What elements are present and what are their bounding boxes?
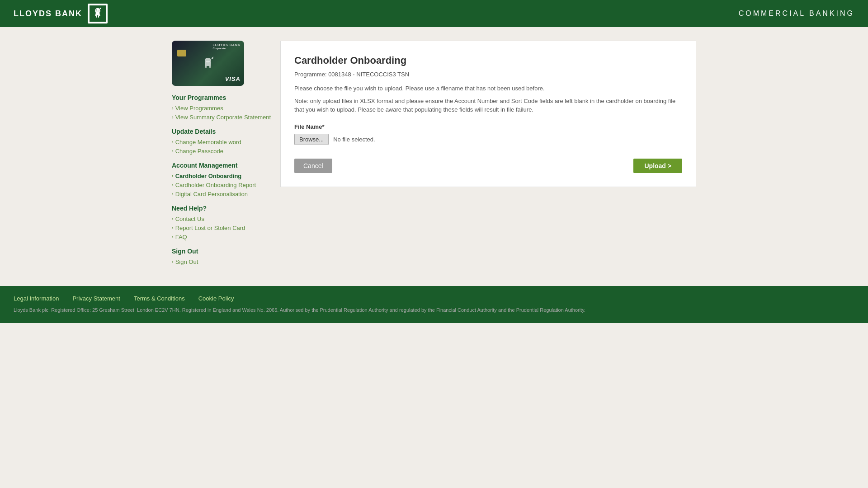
sidebar-item-change-memorable-word[interactable]: › Change Memorable word xyxy=(172,139,271,145)
sidebar-need-help: Need Help? › Contact Us › Report Lost or… xyxy=(172,205,271,240)
arrow-icon: › xyxy=(172,191,174,197)
arrow-icon: › xyxy=(172,216,174,221)
upload-button[interactable]: Upload > xyxy=(633,159,682,173)
programme-label: Programme: 0081348 - NITECOCCIS3 TSN xyxy=(294,71,682,78)
footer-link-cookie[interactable]: Cookie Policy xyxy=(198,295,234,302)
arrow-icon: › xyxy=(172,259,174,264)
sidebar-item-cardholder-onboarding-report[interactable]: › Cardholder Onboarding Report xyxy=(172,182,271,188)
sidebar-label-contact-us: Contact Us xyxy=(175,216,204,222)
sidebar-item-change-passcode[interactable]: › Change Passcode xyxy=(172,148,271,155)
svg-point-4 xyxy=(96,9,97,10)
sidebar: LLOYDS BANKCorporate VISA Your Programme… xyxy=(172,41,271,272)
sidebar-label-digital-card-personalisation: Digital Card Personalisation xyxy=(175,191,248,197)
main-container: LLOYDS BANKCorporate VISA Your Programme… xyxy=(163,41,705,272)
sign-out-title: Sign Out xyxy=(172,248,271,255)
arrow-icon: › xyxy=(172,234,174,239)
description-text: Please choose the file you wish to uploa… xyxy=(294,84,682,93)
svg-rect-6 xyxy=(205,66,207,68)
footer: Legal Information Privacy Statement Term… xyxy=(0,286,868,323)
sidebar-item-digital-card-personalisation[interactable]: › Digital Card Personalisation xyxy=(172,191,271,197)
sidebar-label-view-programmes: View Programmes xyxy=(175,105,223,112)
card-image: LLOYDS BANKCorporate VISA xyxy=(172,41,244,86)
footer-link-legal[interactable]: Legal Information xyxy=(14,295,59,302)
svg-rect-3 xyxy=(98,15,99,18)
sidebar-account-management: Account Management › Cardholder Onboardi… xyxy=(172,162,271,197)
footer-link-terms[interactable]: Terms & Conditions xyxy=(134,295,185,302)
horse-svg xyxy=(90,5,106,22)
sidebar-label-report-lost-stolen: Report Lost or Stolen Card xyxy=(175,225,245,231)
file-name-label: File Name* xyxy=(294,123,682,130)
sidebar-item-view-summary[interactable]: › View Summary Corporate Statement xyxy=(172,114,271,121)
svg-point-1 xyxy=(96,8,99,11)
header: LLOYDS BANK COMMERCIAL BANKING xyxy=(0,0,868,27)
sidebar-item-report-lost-stolen[interactable]: › Report Lost or Stolen Card xyxy=(172,225,271,231)
arrow-icon: › xyxy=(172,173,174,178)
card-bank-label: LLOYDS BANKCorporate xyxy=(212,43,241,50)
need-help-title: Need Help? xyxy=(172,205,271,212)
sidebar-item-sign-out[interactable]: › Sign Out xyxy=(172,258,271,265)
arrow-icon: › xyxy=(172,139,174,145)
footer-link-privacy[interactable]: Privacy Statement xyxy=(72,295,120,302)
main-content: Cardholder Onboarding Programme: 0081348… xyxy=(280,41,696,187)
sidebar-item-view-programmes[interactable]: › View Programmes xyxy=(172,105,271,112)
your-programmes-title: Your Programmes xyxy=(172,94,271,101)
sidebar-sign-out: Sign Out › Sign Out xyxy=(172,248,271,265)
footer-legal-text: Lloyds Bank plc. Registered Office: 25 G… xyxy=(14,306,854,314)
bank-logo: LLOYDS BANK xyxy=(14,4,108,23)
footer-links: Legal Information Privacy Statement Term… xyxy=(14,295,854,302)
note-text: Note: only upload files in XLSX format a… xyxy=(294,97,682,114)
sidebar-label-sign-out: Sign Out xyxy=(175,258,198,265)
sidebar-label-cardholder-onboarding-report: Cardholder Onboarding Report xyxy=(175,182,256,188)
arrow-icon: › xyxy=(172,148,174,154)
sidebar-update-details: Update Details › Change Memorable word ›… xyxy=(172,128,271,155)
bank-name: LLOYDS BANK xyxy=(14,9,82,19)
logo-horse-icon xyxy=(88,4,108,23)
sidebar-label-change-memorable-word: Change Memorable word xyxy=(175,139,241,145)
button-row: Cancel Upload > xyxy=(294,159,682,173)
sidebar-item-contact-us[interactable]: › Contact Us xyxy=(172,216,271,222)
card-horse-icon xyxy=(199,54,217,68)
arrow-icon: › xyxy=(172,114,174,120)
file-input-row: Browse... No file selected. xyxy=(294,134,682,145)
browse-button[interactable]: Browse... xyxy=(294,134,329,145)
arrow-icon: › xyxy=(172,182,174,188)
page-title: Cardholder Onboarding xyxy=(294,55,682,66)
card-chip xyxy=(177,50,186,56)
svg-rect-2 xyxy=(96,15,97,18)
commercial-banking-label: COMMERCIAL BANKING xyxy=(739,9,854,18)
arrow-icon: › xyxy=(172,225,174,230)
sidebar-label-cardholder-onboarding: Cardholder Onboarding xyxy=(175,173,242,179)
account-management-title: Account Management xyxy=(172,162,271,169)
sidebar-label-view-summary: View Summary Corporate Statement xyxy=(175,114,271,121)
no-file-text: No file selected. xyxy=(333,136,375,143)
arrow-icon: › xyxy=(172,105,174,111)
update-details-title: Update Details xyxy=(172,128,271,135)
sidebar-your-programmes: Your Programmes › View Programmes › View… xyxy=(172,94,271,121)
sidebar-label-change-passcode: Change Passcode xyxy=(175,148,223,155)
sidebar-label-faq: FAQ xyxy=(175,234,187,240)
cancel-button[interactable]: Cancel xyxy=(294,159,332,173)
svg-rect-7 xyxy=(209,66,211,68)
card-visa-label: VISA xyxy=(225,75,241,82)
sidebar-item-faq[interactable]: › FAQ xyxy=(172,234,271,240)
sidebar-item-cardholder-onboarding[interactable]: › Cardholder Onboarding xyxy=(172,173,271,179)
